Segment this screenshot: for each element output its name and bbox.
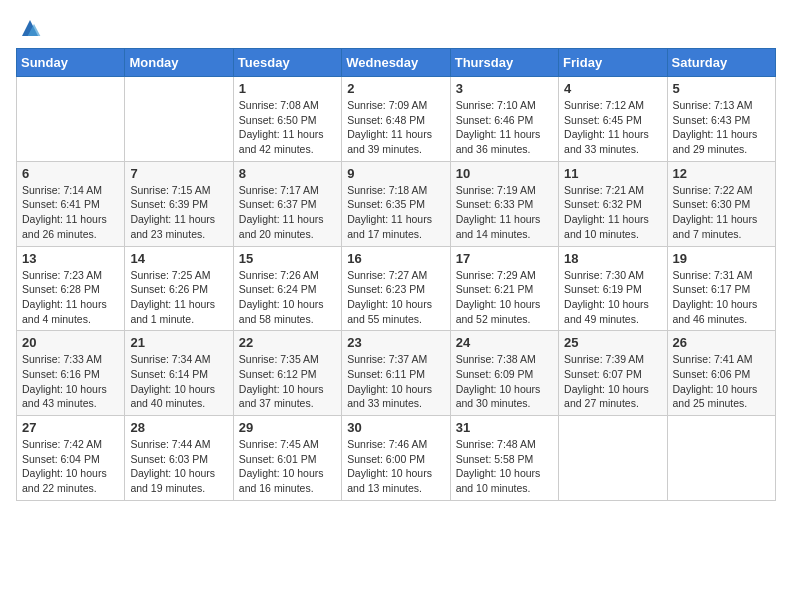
day-info: Sunrise: 7:26 AM Sunset: 6:24 PM Dayligh… bbox=[239, 268, 336, 327]
day-info: Sunrise: 7:23 AM Sunset: 6:28 PM Dayligh… bbox=[22, 268, 119, 327]
day-info: Sunrise: 7:41 AM Sunset: 6:06 PM Dayligh… bbox=[673, 352, 770, 411]
day-info: Sunrise: 7:21 AM Sunset: 6:32 PM Dayligh… bbox=[564, 183, 661, 242]
page-header bbox=[16, 16, 776, 40]
header-day: Monday bbox=[125, 49, 233, 77]
header-day: Thursday bbox=[450, 49, 558, 77]
calendar-cell: 23Sunrise: 7:37 AM Sunset: 6:11 PM Dayli… bbox=[342, 331, 450, 416]
calendar-week: 13Sunrise: 7:23 AM Sunset: 6:28 PM Dayli… bbox=[17, 246, 776, 331]
day-number: 26 bbox=[673, 335, 770, 350]
calendar-week: 1Sunrise: 7:08 AM Sunset: 6:50 PM Daylig… bbox=[17, 77, 776, 162]
calendar-cell bbox=[667, 416, 775, 501]
header-day: Tuesday bbox=[233, 49, 341, 77]
calendar-cell: 5Sunrise: 7:13 AM Sunset: 6:43 PM Daylig… bbox=[667, 77, 775, 162]
calendar-week: 20Sunrise: 7:33 AM Sunset: 6:16 PM Dayli… bbox=[17, 331, 776, 416]
calendar-cell bbox=[17, 77, 125, 162]
calendar-cell: 31Sunrise: 7:48 AM Sunset: 5:58 PM Dayli… bbox=[450, 416, 558, 501]
day-number: 18 bbox=[564, 251, 661, 266]
day-number: 25 bbox=[564, 335, 661, 350]
day-number: 30 bbox=[347, 420, 444, 435]
calendar-table: SundayMondayTuesdayWednesdayThursdayFrid… bbox=[16, 48, 776, 501]
day-number: 11 bbox=[564, 166, 661, 181]
calendar-cell: 25Sunrise: 7:39 AM Sunset: 6:07 PM Dayli… bbox=[559, 331, 667, 416]
day-number: 3 bbox=[456, 81, 553, 96]
calendar-week: 27Sunrise: 7:42 AM Sunset: 6:04 PM Dayli… bbox=[17, 416, 776, 501]
day-number: 6 bbox=[22, 166, 119, 181]
day-number: 17 bbox=[456, 251, 553, 266]
calendar-cell: 21Sunrise: 7:34 AM Sunset: 6:14 PM Dayli… bbox=[125, 331, 233, 416]
day-number: 12 bbox=[673, 166, 770, 181]
calendar-cell: 1Sunrise: 7:08 AM Sunset: 6:50 PM Daylig… bbox=[233, 77, 341, 162]
calendar-cell: 3Sunrise: 7:10 AM Sunset: 6:46 PM Daylig… bbox=[450, 77, 558, 162]
calendar-cell: 26Sunrise: 7:41 AM Sunset: 6:06 PM Dayli… bbox=[667, 331, 775, 416]
day-number: 29 bbox=[239, 420, 336, 435]
calendar-cell: 28Sunrise: 7:44 AM Sunset: 6:03 PM Dayli… bbox=[125, 416, 233, 501]
day-info: Sunrise: 7:45 AM Sunset: 6:01 PM Dayligh… bbox=[239, 437, 336, 496]
day-number: 15 bbox=[239, 251, 336, 266]
day-info: Sunrise: 7:10 AM Sunset: 6:46 PM Dayligh… bbox=[456, 98, 553, 157]
calendar-cell: 29Sunrise: 7:45 AM Sunset: 6:01 PM Dayli… bbox=[233, 416, 341, 501]
logo bbox=[16, 16, 42, 40]
day-info: Sunrise: 7:09 AM Sunset: 6:48 PM Dayligh… bbox=[347, 98, 444, 157]
day-number: 13 bbox=[22, 251, 119, 266]
calendar-cell: 19Sunrise: 7:31 AM Sunset: 6:17 PM Dayli… bbox=[667, 246, 775, 331]
day-info: Sunrise: 7:30 AM Sunset: 6:19 PM Dayligh… bbox=[564, 268, 661, 327]
day-info: Sunrise: 7:33 AM Sunset: 6:16 PM Dayligh… bbox=[22, 352, 119, 411]
day-info: Sunrise: 7:22 AM Sunset: 6:30 PM Dayligh… bbox=[673, 183, 770, 242]
day-number: 19 bbox=[673, 251, 770, 266]
header-row: SundayMondayTuesdayWednesdayThursdayFrid… bbox=[17, 49, 776, 77]
day-info: Sunrise: 7:27 AM Sunset: 6:23 PM Dayligh… bbox=[347, 268, 444, 327]
calendar-cell: 30Sunrise: 7:46 AM Sunset: 6:00 PM Dayli… bbox=[342, 416, 450, 501]
day-number: 28 bbox=[130, 420, 227, 435]
calendar-week: 6Sunrise: 7:14 AM Sunset: 6:41 PM Daylig… bbox=[17, 161, 776, 246]
calendar-cell: 11Sunrise: 7:21 AM Sunset: 6:32 PM Dayli… bbox=[559, 161, 667, 246]
calendar-cell: 17Sunrise: 7:29 AM Sunset: 6:21 PM Dayli… bbox=[450, 246, 558, 331]
calendar-cell: 20Sunrise: 7:33 AM Sunset: 6:16 PM Dayli… bbox=[17, 331, 125, 416]
day-info: Sunrise: 7:17 AM Sunset: 6:37 PM Dayligh… bbox=[239, 183, 336, 242]
calendar-cell: 15Sunrise: 7:26 AM Sunset: 6:24 PM Dayli… bbox=[233, 246, 341, 331]
calendar-cell: 24Sunrise: 7:38 AM Sunset: 6:09 PM Dayli… bbox=[450, 331, 558, 416]
day-info: Sunrise: 7:25 AM Sunset: 6:26 PM Dayligh… bbox=[130, 268, 227, 327]
calendar-cell: 13Sunrise: 7:23 AM Sunset: 6:28 PM Dayli… bbox=[17, 246, 125, 331]
header-day: Friday bbox=[559, 49, 667, 77]
calendar-cell: 14Sunrise: 7:25 AM Sunset: 6:26 PM Dayli… bbox=[125, 246, 233, 331]
day-info: Sunrise: 7:29 AM Sunset: 6:21 PM Dayligh… bbox=[456, 268, 553, 327]
calendar-header: SundayMondayTuesdayWednesdayThursdayFrid… bbox=[17, 49, 776, 77]
day-number: 10 bbox=[456, 166, 553, 181]
day-number: 23 bbox=[347, 335, 444, 350]
day-info: Sunrise: 7:38 AM Sunset: 6:09 PM Dayligh… bbox=[456, 352, 553, 411]
day-info: Sunrise: 7:12 AM Sunset: 6:45 PM Dayligh… bbox=[564, 98, 661, 157]
day-number: 24 bbox=[456, 335, 553, 350]
day-number: 22 bbox=[239, 335, 336, 350]
calendar-cell bbox=[125, 77, 233, 162]
header-day: Saturday bbox=[667, 49, 775, 77]
header-day: Wednesday bbox=[342, 49, 450, 77]
day-info: Sunrise: 7:15 AM Sunset: 6:39 PM Dayligh… bbox=[130, 183, 227, 242]
calendar-cell: 4Sunrise: 7:12 AM Sunset: 6:45 PM Daylig… bbox=[559, 77, 667, 162]
day-number: 7 bbox=[130, 166, 227, 181]
day-info: Sunrise: 7:37 AM Sunset: 6:11 PM Dayligh… bbox=[347, 352, 444, 411]
calendar-cell: 27Sunrise: 7:42 AM Sunset: 6:04 PM Dayli… bbox=[17, 416, 125, 501]
day-info: Sunrise: 7:13 AM Sunset: 6:43 PM Dayligh… bbox=[673, 98, 770, 157]
day-number: 2 bbox=[347, 81, 444, 96]
day-info: Sunrise: 7:14 AM Sunset: 6:41 PM Dayligh… bbox=[22, 183, 119, 242]
logo-icon bbox=[18, 16, 42, 40]
day-info: Sunrise: 7:19 AM Sunset: 6:33 PM Dayligh… bbox=[456, 183, 553, 242]
calendar-cell: 22Sunrise: 7:35 AM Sunset: 6:12 PM Dayli… bbox=[233, 331, 341, 416]
day-number: 5 bbox=[673, 81, 770, 96]
day-number: 1 bbox=[239, 81, 336, 96]
day-info: Sunrise: 7:35 AM Sunset: 6:12 PM Dayligh… bbox=[239, 352, 336, 411]
day-info: Sunrise: 7:18 AM Sunset: 6:35 PM Dayligh… bbox=[347, 183, 444, 242]
day-number: 27 bbox=[22, 420, 119, 435]
calendar-cell: 9Sunrise: 7:18 AM Sunset: 6:35 PM Daylig… bbox=[342, 161, 450, 246]
day-number: 16 bbox=[347, 251, 444, 266]
calendar-cell: 2Sunrise: 7:09 AM Sunset: 6:48 PM Daylig… bbox=[342, 77, 450, 162]
day-number: 21 bbox=[130, 335, 227, 350]
day-info: Sunrise: 7:48 AM Sunset: 5:58 PM Dayligh… bbox=[456, 437, 553, 496]
calendar-cell: 6Sunrise: 7:14 AM Sunset: 6:41 PM Daylig… bbox=[17, 161, 125, 246]
calendar-cell: 16Sunrise: 7:27 AM Sunset: 6:23 PM Dayli… bbox=[342, 246, 450, 331]
day-info: Sunrise: 7:34 AM Sunset: 6:14 PM Dayligh… bbox=[130, 352, 227, 411]
header-day: Sunday bbox=[17, 49, 125, 77]
day-number: 14 bbox=[130, 251, 227, 266]
calendar-cell: 7Sunrise: 7:15 AM Sunset: 6:39 PM Daylig… bbox=[125, 161, 233, 246]
day-number: 31 bbox=[456, 420, 553, 435]
